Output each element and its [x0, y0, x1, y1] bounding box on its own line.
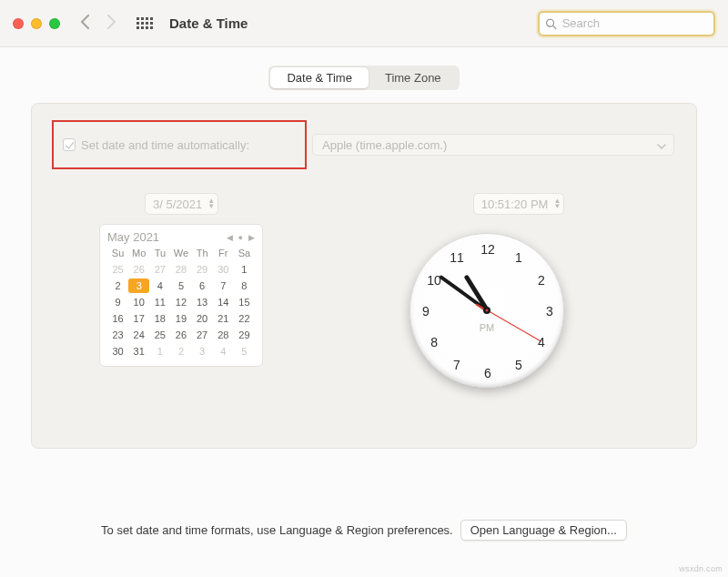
calendar-day[interactable]: 26 [128, 262, 149, 277]
ampm-label: PM [480, 322, 495, 333]
calendar[interactable]: May 2021 ◀ ● ▶ SuMoTuWeThFrSa25262728293… [99, 224, 263, 367]
calendar-dow: Th [192, 248, 213, 260]
calendar-day[interactable]: 3 [128, 278, 149, 293]
footer-text: To set date and time formats, use Langua… [101, 523, 453, 537]
calendar-day[interactable]: 4 [149, 278, 170, 293]
calendar-day[interactable]: 30 [213, 262, 234, 277]
calendar-day[interactable]: 5 [234, 344, 255, 359]
date-stepper-arrows[interactable]: ▲ ▼ [207, 198, 215, 209]
calendar-day[interactable]: 17 [128, 311, 149, 326]
calendar-day[interactable]: 26 [170, 328, 191, 342]
clock-face: PM 121234567891011 [410, 233, 564, 388]
window-close-button[interactable] [13, 18, 24, 29]
calendar-day[interactable]: 30 [107, 344, 128, 359]
calendar-day[interactable]: 2 [170, 344, 191, 359]
calendar-day[interactable]: 5 [170, 278, 191, 293]
calendar-day[interactable]: 1 [149, 344, 170, 359]
calendar-day[interactable]: 7 [213, 278, 234, 293]
calendar-day[interactable]: 1 [234, 262, 255, 277]
calendar-dow: Fr [213, 248, 234, 260]
calendar-day[interactable]: 16 [107, 311, 128, 326]
calendar-day[interactable]: 29 [192, 262, 213, 277]
show-all-icon[interactable] [136, 17, 153, 29]
calendar-day[interactable]: 31 [128, 344, 149, 359]
search-input[interactable] [561, 15, 708, 31]
calendar-day[interactable]: 27 [192, 328, 213, 342]
tab-date-time[interactable]: Date & Time [270, 67, 369, 88]
calendar-dow: Su [107, 248, 128, 260]
calendar-day[interactable]: 22 [234, 311, 255, 326]
calendar-day[interactable]: 14 [213, 295, 234, 309]
caret-down-icon: ▼ [553, 204, 561, 209]
calendar-day[interactable]: 28 [170, 262, 191, 277]
time-stepper[interactable]: 10:51:20 PM ▲ ▼ [473, 193, 565, 215]
calendar-dow: We [170, 248, 191, 260]
search-field[interactable] [538, 11, 715, 36]
calendar-day[interactable]: 27 [149, 262, 170, 277]
calendar-day[interactable]: 28 [213, 328, 234, 342]
calendar-day[interactable]: 25 [149, 328, 170, 342]
calendar-day[interactable]: 25 [107, 262, 128, 277]
calendar-dow: Mo [128, 248, 149, 260]
time-server-select[interactable]: Apple (time.apple.com.) [312, 134, 674, 156]
calendar-day[interactable]: 23 [107, 328, 128, 342]
calendar-day[interactable]: 29 [234, 328, 255, 342]
time-server-value: Apple (time.apple.com.) [322, 138, 447, 152]
footer: To set date and time formats, use Langua… [0, 520, 728, 541]
time-column: 10:51:20 PM ▲ ▼ PM 12123 [299, 193, 674, 388]
clock-number: 2 [538, 273, 545, 288]
calendar-day[interactable]: 19 [170, 311, 191, 326]
date-column: 3/ 5/2021 ▲ ▼ May 2021 ◀ ● ▶ [99, 193, 263, 388]
calendar-day[interactable]: 2 [107, 278, 128, 293]
calendar-day[interactable]: 9 [107, 295, 128, 309]
watermark: wsxdn.com [679, 564, 723, 573]
tabset: Date & Time Time Zone [268, 66, 459, 90]
nav-forward-button[interactable] [106, 14, 116, 34]
cal-prev-icon[interactable]: ◀ [227, 233, 233, 242]
clock-number: 8 [430, 335, 438, 349]
calendar-day[interactable]: 3 [192, 344, 213, 359]
calendar-nav: ◀ ● ▶ [227, 233, 255, 242]
window-zoom-button[interactable] [49, 18, 60, 29]
calendar-day[interactable]: 15 [234, 295, 255, 309]
date-stepper[interactable]: 3/ 5/2021 ▲ ▼ [145, 193, 218, 215]
time-stepper-arrows[interactable]: ▲ ▼ [553, 198, 561, 209]
calendar-day[interactable]: 11 [149, 295, 170, 309]
calendar-day[interactable]: 20 [192, 311, 213, 326]
calendar-day[interactable]: 10 [128, 295, 149, 309]
clock-center [483, 307, 490, 314]
clock-number: 4 [538, 335, 545, 349]
calendar-day[interactable]: 13 [192, 295, 213, 309]
cal-next-icon[interactable]: ▶ [248, 233, 255, 242]
tab-time-zone[interactable]: Time Zone [369, 67, 458, 88]
calendar-day[interactable]: 6 [192, 278, 213, 293]
auto-checkbox-highlight: Set date and time automatically: [52, 120, 307, 169]
clock-number: 7 [453, 358, 460, 372]
traffic-lights [13, 18, 60, 29]
calendar-day[interactable]: 12 [170, 295, 191, 309]
auto-checkbox-label: Set date and time automatically: [81, 138, 249, 152]
svg-line-1 [553, 25, 556, 28]
date-value: 3/ 5/2021 [153, 197, 202, 211]
calendar-day[interactable]: 24 [128, 328, 149, 342]
clock-number: 12 [480, 242, 495, 257]
calendar-day[interactable]: 4 [213, 344, 234, 359]
tab-bar: Date & Time Time Zone [31, 66, 697, 90]
calendar-day[interactable]: 21 [213, 311, 234, 326]
nav-back-button[interactable] [80, 14, 90, 34]
calendar-day[interactable]: 18 [149, 311, 170, 326]
calendar-day[interactable]: 8 [234, 278, 255, 293]
calendar-title: May 2021 [107, 230, 159, 244]
clock-number: 3 [546, 304, 553, 319]
auto-row: Set date and time automatically: Apple (… [54, 120, 674, 169]
clock-number: 10 [427, 273, 441, 288]
open-language-region-button[interactable]: Open Language & Region... [460, 520, 627, 541]
svg-point-0 [547, 19, 554, 26]
auto-checkbox[interactable] [63, 138, 76, 151]
search-icon [545, 17, 557, 30]
clock-number: 11 [450, 250, 464, 265]
time-value: 10:51:20 PM [481, 197, 549, 211]
window-minimize-button[interactable] [31, 18, 42, 29]
calendar-dow: Sa [234, 248, 255, 260]
cal-today-icon[interactable]: ● [238, 233, 243, 242]
